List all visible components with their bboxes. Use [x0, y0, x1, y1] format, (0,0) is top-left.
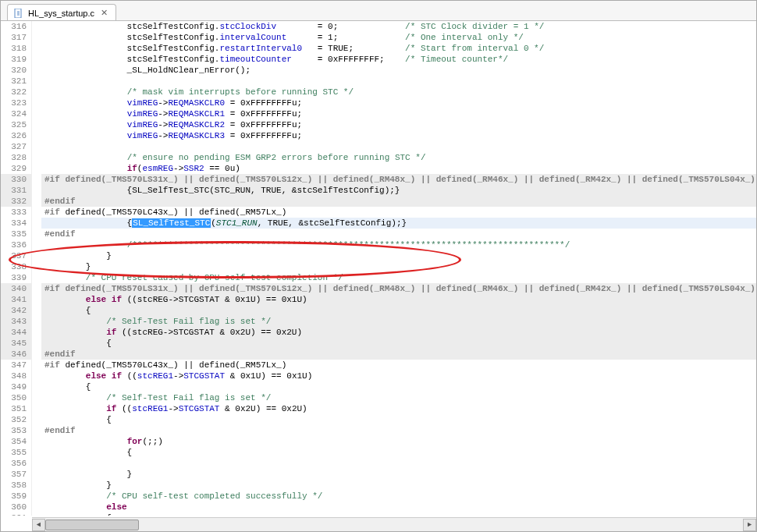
code-line[interactable]: 345 { [1, 338, 756, 349]
code-line[interactable]: 344 if ((stcREG->STCGSTAT & 0x2U) == 0x2… [1, 327, 756, 338]
code-line[interactable]: 329 if(esmREG->SSR2 == 0u) [1, 163, 756, 174]
code-content[interactable]: stcSelfTestConfig.restartInterval0 = TRU… [41, 43, 756, 54]
code-line[interactable]: 342 { [1, 305, 756, 316]
code-line[interactable]: 320 _SL_HoldNClear_nError(); [1, 65, 756, 76]
code-line[interactable]: 357 } [1, 469, 756, 480]
code-line[interactable]: 330#if defined(_TMS570LS31x_) || defined… [1, 174, 756, 185]
code-content[interactable]: { [41, 305, 756, 316]
code-line[interactable]: 355 { [1, 447, 756, 458]
code-content[interactable]: { [41, 512, 756, 516]
code-line[interactable]: 325 vimREG->REQMASKCLR2 = 0xFFFFFFFFu; [1, 119, 756, 130]
code-line[interactable]: 336 /***********************************… [1, 239, 756, 250]
code-line[interactable]: 334 {SL_SelfTest_STC(STC1_RUN, TRUE, &st… [1, 218, 756, 229]
code-content[interactable]: } [41, 250, 756, 261]
code-line[interactable]: 324 vimREG->REQMASKCLR1 = 0xFFFFFFFFu; [1, 108, 756, 119]
code-line[interactable]: 328 /* ensure no pending ESM GRP2 errors… [1, 152, 756, 163]
code-content[interactable] [41, 76, 756, 87]
close-icon[interactable]: ✕ [99, 8, 109, 18]
code-content[interactable]: else [41, 502, 756, 512]
code-line[interactable]: 358 } [1, 480, 756, 491]
code-content[interactable]: #if defined(_TMS570LS31x_) || defined(_T… [41, 283, 756, 294]
code-line[interactable]: 316 stcSelfTestConfig.stcClockDiv = 0; /… [1, 21, 756, 32]
code-content[interactable]: vimREG->REQMASKCLR2 = 0xFFFFFFFFu; [41, 119, 756, 130]
code-line[interactable]: 318 stcSelfTestConfig.restartInterval0 =… [1, 43, 756, 54]
code-line[interactable]: 335#endif [1, 229, 756, 239]
code-content[interactable]: #endif [41, 229, 756, 239]
code-line[interactable]: 332#endif [1, 196, 756, 207]
code-line[interactable]: 343 /* Self-Test Fail flag is set */ [1, 316, 756, 327]
code-editor[interactable]: 316 stcSelfTestConfig.stcClockDiv = 0; /… [1, 21, 756, 516]
code-line[interactable]: 322 /* mask vim interrupts before runnin… [1, 87, 756, 98]
scroll-left-button[interactable]: ◄ [32, 519, 45, 531]
code-line[interactable]: 331 {SL_SelfTest_STC(STC_RUN, TRUE, &stc… [1, 185, 756, 196]
code-line[interactable]: 323 vimREG->REQMASKCLR0 = 0xFFFFFFFFu; [1, 98, 756, 108]
code-line[interactable]: 348 else if ((stcREG1->STCGSTAT & 0x1U) … [1, 371, 756, 381]
code-content[interactable]: {SL_SelfTest_STC(STC_RUN, TRUE, &stcSelf… [41, 185, 756, 196]
code-content[interactable]: else if ((stcREG1->STCGSTAT & 0x1U) == 0… [41, 371, 756, 381]
code-line[interactable]: 326 vimREG->REQMASKCLR3 = 0xFFFFFFFFu; [1, 130, 756, 141]
code-line[interactable]: 353#endif [1, 425, 756, 436]
editor-tab[interactable]: HL_sys_startup.c ✕ [7, 4, 116, 20]
code-content[interactable]: stcSelfTestConfig.stcClockDiv = 0; /* ST… [41, 21, 756, 32]
code-content[interactable]: { [41, 381, 756, 392]
code-content[interactable]: stcSelfTestConfig.timeoutCounter = 0xFFF… [41, 54, 756, 65]
code-content[interactable] [41, 458, 756, 469]
code-content[interactable] [41, 141, 756, 152]
code-line[interactable]: 351 if ((stcREG1->STCGSTAT & 0x2U) == 0x… [1, 403, 756, 414]
code-line[interactable]: 333#if defined(_TMS570LC43x_) || defined… [1, 207, 756, 218]
code-line[interactable]: 350 /* Self-Test Fail flag is set */ [1, 392, 756, 403]
horizontal-scrollbar[interactable]: ◄ ► [32, 517, 756, 531]
code-content[interactable]: } [41, 480, 756, 491]
code-line[interactable]: 346#endif [1, 349, 756, 360]
code-line[interactable]: 356 [1, 458, 756, 469]
code-line[interactable]: 361 { [1, 512, 756, 516]
code-content[interactable]: vimREG->REQMASKCLR3 = 0xFFFFFFFFu; [41, 130, 756, 141]
code-content[interactable]: #if defined(_TMS570LC43x_) || defined(_R… [41, 360, 756, 371]
code-content[interactable]: #endif [41, 425, 756, 436]
scroll-right-button[interactable]: ► [743, 519, 756, 531]
code-content[interactable]: if ((stcREG1->STCGSTAT & 0x2U) == 0x2U) [41, 403, 756, 414]
code-line[interactable]: 360 else [1, 502, 756, 512]
code-line[interactable]: 317 stcSelfTestConfig.intervalCount = 1;… [1, 32, 756, 43]
code-content[interactable]: {SL_SelfTest_STC(STC1_RUN, TRUE, &stcSel… [41, 218, 756, 229]
code-content[interactable]: stcSelfTestConfig.intervalCount = 1; /* … [41, 32, 756, 43]
code-line[interactable]: 338 } [1, 261, 756, 272]
code-line[interactable]: 340#if defined(_TMS570LS31x_) || defined… [1, 283, 756, 294]
code-content[interactable]: #endif [41, 349, 756, 360]
code-content[interactable]: #endif [41, 196, 756, 207]
code-line[interactable]: 321 [1, 76, 756, 87]
scroll-thumb[interactable] [45, 520, 139, 530]
code-content[interactable]: if(esmREG->SSR2 == 0u) [41, 163, 756, 174]
code-content[interactable]: #if defined(_TMS570LS31x_) || defined(_T… [41, 174, 756, 185]
code-content[interactable]: { [41, 414, 756, 425]
code-content[interactable]: /* Self-Test Fail flag is set */ [41, 392, 756, 403]
code-content[interactable]: /***************************************… [41, 239, 756, 250]
code-content[interactable]: } [41, 469, 756, 480]
code-content[interactable]: /* CPU self-test completed successfully … [41, 491, 756, 502]
code-content[interactable]: { [41, 447, 756, 458]
code-content[interactable]: /* mask vim interrupts before running ST… [41, 87, 756, 98]
code-content[interactable]: /* Self-Test Fail flag is set */ [41, 316, 756, 327]
code-content[interactable]: /* CPU reset caused by CPU self-test com… [41, 272, 756, 283]
code-line[interactable]: 339 /* CPU reset caused by CPU self-test… [1, 272, 756, 283]
code-line[interactable]: 354 for(;;) [1, 436, 756, 447]
code-content[interactable]: vimREG->REQMASKCLR0 = 0xFFFFFFFFu; [41, 98, 756, 108]
code-content[interactable]: /* ensure no pending ESM GRP2 errors bef… [41, 152, 756, 163]
code-content[interactable]: else if ((stcREG->STCGSTAT & 0x1U) == 0x… [41, 294, 756, 305]
code-content[interactable]: for(;;) [41, 436, 756, 447]
code-line[interactable]: 341 else if ((stcREG->STCGSTAT & 0x1U) =… [1, 294, 756, 305]
code-line[interactable]: 337 } [1, 250, 756, 261]
code-line[interactable]: 349 { [1, 381, 756, 392]
code-line[interactable]: 327 [1, 141, 756, 152]
code-content[interactable]: } [41, 261, 756, 272]
code-line[interactable]: 347#if defined(_TMS570LC43x_) || defined… [1, 360, 756, 371]
code-line[interactable]: 359 /* CPU self-test completed successfu… [1, 491, 756, 502]
code-content[interactable]: if ((stcREG->STCGSTAT & 0x2U) == 0x2U) [41, 327, 756, 338]
code-line[interactable]: 352 { [1, 414, 756, 425]
code-content[interactable]: _SL_HoldNClear_nError(); [41, 65, 756, 76]
code-content[interactable]: { [41, 338, 756, 349]
code-line[interactable]: 319 stcSelfTestConfig.timeoutCounter = 0… [1, 54, 756, 65]
scroll-track[interactable] [45, 519, 743, 531]
code-content[interactable]: vimREG->REQMASKCLR1 = 0xFFFFFFFFu; [41, 108, 756, 119]
code-content[interactable]: #if defined(_TMS570LC43x_) || defined(_R… [41, 207, 756, 218]
